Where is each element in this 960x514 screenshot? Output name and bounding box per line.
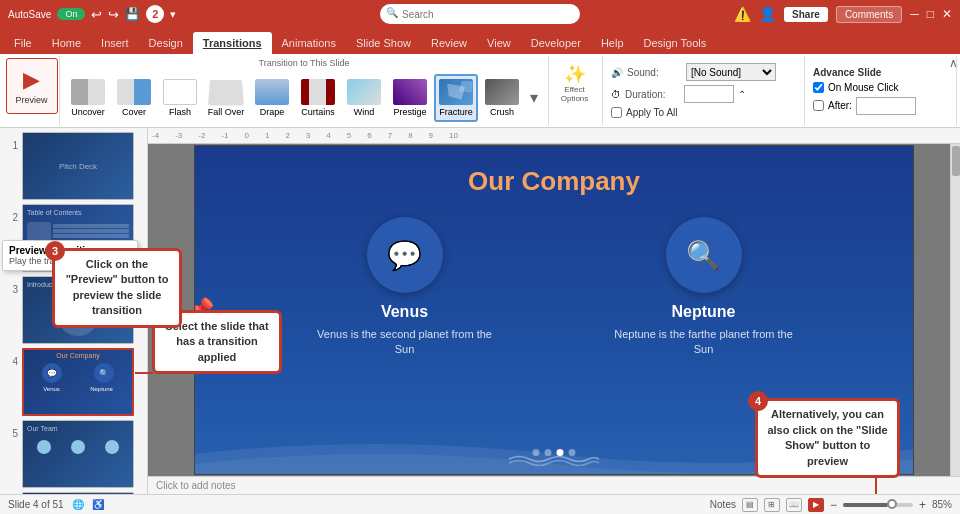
ribbon-collapse[interactable]: ∧ bbox=[949, 56, 958, 70]
transition-group-label: Transition to This Slide bbox=[62, 56, 546, 70]
duration-label: Duration: bbox=[625, 89, 680, 100]
tab-help[interactable]: Help bbox=[591, 32, 634, 54]
language-icon: 🌐 bbox=[72, 499, 84, 510]
effect-options-btn[interactable]: ✨ Effect Options bbox=[555, 58, 594, 108]
slide-count: Slide 4 of 51 bbox=[8, 499, 64, 510]
preview-tooltip: Preview Transitions Play the transition … bbox=[2, 240, 138, 271]
sound-select[interactable]: [No Sound] bbox=[686, 63, 776, 81]
slide-thumb-1[interactable]: 1 Pitch Deck bbox=[4, 132, 143, 200]
timing-group: 🔊 Sound: [No Sound] ⏱ Duration: 02.00 ⌃ … bbox=[602, 56, 802, 125]
trans-fallover[interactable]: Fall Over bbox=[204, 74, 248, 122]
after-input[interactable]: 00:00:00 bbox=[856, 97, 916, 115]
share-button[interactable]: Share bbox=[784, 7, 828, 22]
autosave-toggle[interactable]: On bbox=[57, 8, 85, 20]
trans-wind[interactable]: Wind bbox=[342, 74, 386, 122]
venus-desc: Venus is the second planet from the Sun bbox=[315, 327, 495, 358]
vertical-scrollbar[interactable] bbox=[950, 144, 960, 476]
slide-panel: 1 Pitch Deck 2 Table of Contents bbox=[0, 128, 148, 494]
duration-icon: ⏱ bbox=[611, 89, 621, 100]
slide-title: Our Company bbox=[195, 146, 913, 197]
apply-all-checkbox[interactable] bbox=[611, 107, 622, 118]
on-mouse-click-checkbox[interactable] bbox=[813, 82, 824, 93]
trans-drape[interactable]: Drape bbox=[250, 74, 294, 122]
slide-display: Our Company 💬 Venus Venus is the second … bbox=[194, 145, 914, 475]
warning-icon: ⚠️ bbox=[734, 6, 751, 22]
trans-cover[interactable]: Cover bbox=[112, 74, 156, 122]
notes-bar[interactable]: Click to add notes bbox=[148, 476, 960, 494]
search-icon: 🔍 bbox=[386, 7, 398, 18]
slide-thumb-4[interactable]: 4 Our Company 💬 🔍 Venus Neptune bbox=[4, 348, 143, 416]
trans-flash[interactable]: Flash bbox=[158, 74, 202, 122]
tab-review[interactable]: Review bbox=[421, 32, 477, 54]
transitions-group: Transition to This Slide Uncover Cover F… bbox=[62, 56, 546, 125]
view-reading[interactable]: 📖 bbox=[786, 498, 802, 512]
view-slideshow[interactable]: ▶ bbox=[808, 498, 824, 512]
slide-thumb-5[interactable]: 5 Our Team bbox=[4, 420, 143, 488]
tab-home[interactable]: Home bbox=[42, 32, 91, 54]
slide-num-3: 3 bbox=[4, 276, 18, 295]
trans-fracture[interactable]: Fracture bbox=[434, 74, 478, 122]
zoom-minus[interactable]: − bbox=[830, 498, 837, 512]
ribbon-tabs: File Home Insert Design Transitions Anim… bbox=[0, 28, 960, 54]
canvas-area: -4-3-2-1012345678910 Our Company bbox=[148, 128, 960, 494]
sound-icon: 🔊 bbox=[611, 67, 623, 78]
minimize-icon[interactable]: ─ bbox=[910, 7, 919, 21]
ruler: -4-3-2-1012345678910 bbox=[148, 128, 960, 144]
undo-icon[interactable]: ↩ bbox=[91, 7, 102, 22]
advance-group: Advance Slide On Mouse Click After: 00:0… bbox=[804, 56, 954, 125]
zoom-slider-track[interactable] bbox=[843, 503, 913, 507]
tab-transitions[interactable]: Transitions bbox=[193, 32, 272, 54]
on-mouse-click-label: On Mouse Click bbox=[828, 82, 899, 93]
view-normal[interactable]: ▤ bbox=[742, 498, 758, 512]
trans-curtains[interactable]: Curtains bbox=[296, 74, 340, 122]
scroll-arrow[interactable]: ▾ bbox=[526, 88, 542, 107]
trans-uncover[interactable]: Uncover bbox=[66, 74, 110, 122]
ribbon-content: ▶ Preview Transition to This Slide Uncov… bbox=[0, 54, 960, 128]
maximize-icon[interactable]: □ bbox=[927, 7, 934, 21]
tab-designtools[interactable]: Design Tools bbox=[634, 32, 717, 54]
tab-animations[interactable]: Animations bbox=[272, 32, 346, 54]
tab-design[interactable]: Design bbox=[139, 32, 193, 54]
user-icon[interactable]: 👤 bbox=[759, 6, 776, 22]
zoom-plus[interactable]: + bbox=[919, 498, 926, 512]
save-icon[interactable]: 💾 bbox=[125, 7, 140, 21]
neptune-card: 🔍 Neptune Neptune is the farthe planet f… bbox=[614, 217, 794, 358]
slide-num-2: 2 bbox=[4, 204, 18, 223]
trans-crush[interactable]: Crush bbox=[480, 74, 524, 122]
redo-icon[interactable]: ↪ bbox=[108, 7, 119, 22]
comments-button[interactable]: Comments bbox=[836, 6, 902, 23]
close-icon[interactable]: ✕ bbox=[942, 7, 952, 21]
effect-icon: ✨ bbox=[564, 63, 586, 85]
accessibility-icon[interactable]: ♿ bbox=[92, 499, 104, 510]
after-label: After: bbox=[828, 100, 852, 111]
more-tools-icon[interactable]: ▾ bbox=[170, 8, 176, 21]
title-bar: AutoSave On ↩ ↪ 💾 2 ▾ Safety... ⚠️ 👤 Sha… bbox=[0, 0, 960, 28]
tab-view[interactable]: View bbox=[477, 32, 521, 54]
duration-input[interactable]: 02.00 bbox=[684, 85, 734, 103]
view-slidesorter[interactable]: ⊞ bbox=[764, 498, 780, 512]
trans-prestige[interactable]: Prestige bbox=[388, 74, 432, 122]
ribbon-step-icon: 2 bbox=[146, 5, 164, 23]
slide-num-1: 1 bbox=[4, 132, 18, 151]
tooltip-title: Preview Transitions bbox=[9, 245, 131, 256]
effect-options-group: ✨ Effect Options bbox=[548, 56, 600, 125]
zoom-level: 85% bbox=[932, 499, 952, 510]
tab-developer[interactable]: Developer bbox=[521, 32, 591, 54]
autosave-label: AutoSave bbox=[8, 9, 51, 20]
status-bar: Slide 4 of 51 🌐 ♿ Notes ▤ ⊞ 📖 ▶ − + 85% bbox=[0, 494, 960, 514]
neptune-name: Neptune bbox=[672, 303, 736, 321]
advance-label: Advance Slide bbox=[813, 67, 946, 78]
tab-slideshow[interactable]: Slide Show bbox=[346, 32, 421, 54]
tooltip-text: Play the transition to this slide. bbox=[9, 256, 131, 266]
apply-all-label: Apply To All bbox=[626, 107, 678, 118]
after-checkbox[interactable] bbox=[813, 100, 824, 111]
notes-btn[interactable]: Notes bbox=[710, 499, 736, 510]
slide-thumb-3[interactable]: 3 Introduction 👥 bbox=[4, 276, 143, 344]
slide-num-5: 5 bbox=[4, 420, 18, 439]
tab-file[interactable]: File bbox=[4, 32, 42, 54]
venus-card: 💬 Venus Venus is the second planet from … bbox=[315, 217, 495, 358]
preview-icon: ▶ bbox=[23, 67, 40, 93]
search-input[interactable] bbox=[380, 4, 580, 24]
preview-button[interactable]: ▶ Preview bbox=[6, 58, 58, 114]
tab-insert[interactable]: Insert bbox=[91, 32, 139, 54]
